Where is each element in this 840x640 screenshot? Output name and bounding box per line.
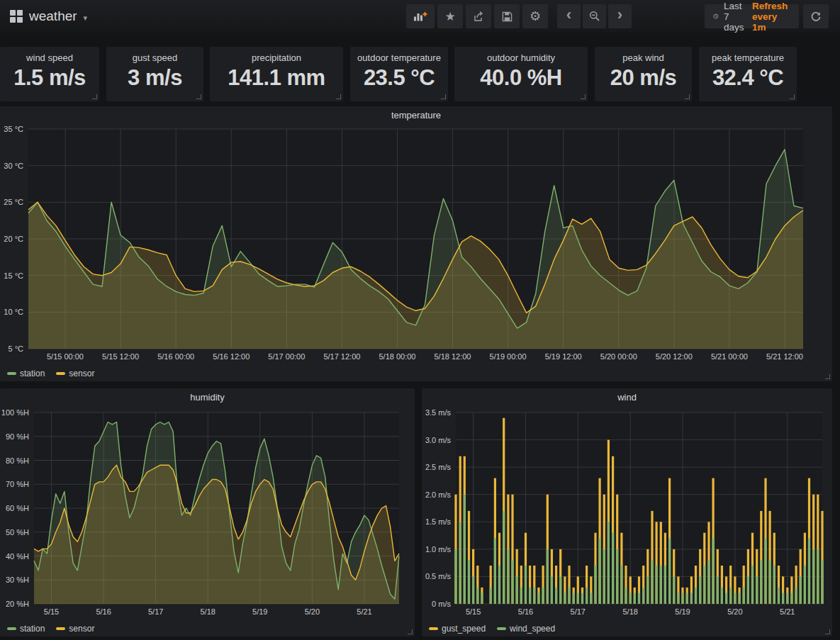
dashboard-grid-icon[interactable] (10, 10, 23, 23)
navbar: weather ▾ ★ ⚙ ‹ (0, 0, 840, 33)
resize-handle[interactable] (441, 94, 446, 99)
svg-text:1.0 m/s: 1.0 m/s (425, 545, 452, 554)
stat-value: 32.4 °C (699, 65, 797, 91)
zoom-out-button[interactable] (583, 4, 606, 28)
svg-text:50 %H: 50 %H (6, 528, 29, 537)
legend-item-station[interactable]: station (7, 624, 45, 634)
svg-text:10 °C: 10 °C (4, 308, 23, 316)
resize-handle[interactable] (685, 94, 690, 99)
legend-color-swatch (429, 627, 438, 630)
svg-text:5/17: 5/17 (571, 607, 586, 616)
share-button[interactable] (466, 4, 491, 28)
legend-item-sensor[interactable]: sensor (56, 369, 94, 378)
panel-title[interactable]: wind (422, 388, 832, 407)
legend-color-swatch (7, 372, 16, 375)
resize-handle[interactable] (581, 94, 586, 99)
svg-text:5/17 00:00: 5/17 00:00 (268, 352, 305, 361)
humidity-graph[interactable]: 20 %H30 %H40 %H50 %H60 %H70 %H80 %H90 %H… (0, 407, 415, 618)
resize-handle[interactable] (92, 94, 97, 99)
chevron-down-icon[interactable]: ▾ (84, 11, 88, 23)
panel-title[interactable]: outdoor humidity (454, 47, 588, 63)
panel-title[interactable]: temperature (0, 106, 832, 125)
legend-item-gust_speed[interactable]: gust_speed (429, 624, 486, 634)
legend-item-sensor[interactable]: sensor (56, 624, 94, 634)
svg-text:5/15: 5/15 (44, 607, 59, 616)
resize-handle[interactable] (408, 629, 413, 634)
panel-title[interactable]: peak wind (595, 47, 692, 63)
temperature-graph[interactable]: 5 °C10 °C15 °C20 °C25 °C30 °C35 °C5/15 0… (0, 125, 832, 363)
time-back-button[interactable]: ‹ (557, 4, 581, 28)
temperature-legend: stationsensor (7, 369, 94, 378)
wind-graph[interactable]: 0 m/s0.5 m/s1.0 m/s1.5 m/s2.0 m/s2.5 m/s… (422, 407, 832, 618)
stat-value: 23.5 °C (350, 65, 448, 91)
legend-label: wind_speed (510, 624, 555, 634)
panel-title[interactable]: wind speed (0, 47, 99, 63)
svg-text:5/17 12:00: 5/17 12:00 (323, 352, 360, 361)
resize-handle[interactable] (336, 94, 341, 99)
stat-value: 1.5 m/s (0, 65, 99, 91)
svg-text:5/18: 5/18 (622, 607, 637, 616)
panel-title[interactable]: peak temperature (699, 47, 797, 63)
svg-text:2.5 m/s: 2.5 m/s (425, 463, 452, 471)
star-button[interactable]: ★ (437, 4, 463, 28)
save-button[interactable] (494, 4, 520, 28)
svg-text:5/20 00:00: 5/20 00:00 (600, 352, 637, 361)
svg-text:5/21: 5/21 (357, 607, 371, 616)
svg-text:5/19: 5/19 (675, 607, 690, 616)
svg-text:5/16: 5/16 (518, 607, 533, 616)
bar-chart-plus-icon (413, 11, 428, 22)
settings-button[interactable]: ⚙ (522, 4, 548, 28)
legend-item-wind_speed[interactable]: wind_speed (497, 624, 555, 634)
svg-text:5/20: 5/20 (305, 607, 320, 616)
svg-text:5/18 12:00: 5/18 12:00 (435, 352, 471, 361)
svg-text:5/16 12:00: 5/16 12:00 (213, 352, 250, 361)
svg-text:20 °C: 20 °C (4, 235, 23, 243)
svg-text:1.5 m/s: 1.5 m/s (425, 517, 452, 526)
svg-text:0 m/s: 0 m/s (432, 600, 451, 608)
panel-title[interactable]: precipitation (210, 47, 343, 63)
refresh-button[interactable] (803, 4, 829, 28)
svg-text:20 %H: 20 %H (6, 600, 29, 608)
legend-color-swatch (7, 627, 16, 630)
legend-label: gust_speed (442, 624, 486, 634)
stat-panel-outdoor-humidity: outdoor humidity 40.0 %H (454, 47, 588, 101)
time-forward-button[interactable]: › (608, 4, 632, 28)
svg-text:70 %H: 70 %H (6, 480, 29, 488)
legend-label: station (20, 369, 45, 378)
svg-text:100 %H: 100 %H (1, 408, 29, 417)
stat-value: 3 m/s (106, 65, 203, 91)
add-panel-button[interactable] (406, 4, 435, 28)
svg-text:80 %H: 80 %H (6, 456, 29, 465)
legend-color-swatch (56, 627, 65, 630)
legend-label: station (20, 624, 45, 634)
svg-text:5/19 00:00: 5/19 00:00 (490, 352, 527, 361)
resize-handle[interactable] (196, 94, 201, 99)
share-icon (473, 11, 484, 22)
resize-handle[interactable] (825, 629, 830, 634)
stat-panel-gust-speed: gust speed 3 m/s (106, 47, 203, 101)
stat-panel-peak-wind: peak wind 20 m/s (595, 47, 692, 101)
svg-text:0.5 m/s: 0.5 m/s (425, 572, 452, 580)
resize-handle[interactable] (790, 94, 795, 99)
resize-handle[interactable] (825, 374, 830, 379)
svg-text:5/19 12:00: 5/19 12:00 (545, 352, 582, 361)
dashboard-title[interactable]: weather (29, 9, 77, 24)
legend-item-station[interactable]: station (7, 369, 45, 378)
refresh-interval-label: Refresh every 1m (752, 1, 790, 33)
panel-title[interactable]: outdoor temperature (350, 47, 448, 63)
svg-text:30 %H: 30 %H (6, 576, 29, 584)
zoom-out-icon (589, 11, 600, 22)
time-picker-button[interactable]: Last 7 days Refresh every 1m (705, 4, 799, 28)
humidity-graph-panel: humidity 20 %H30 %H40 %H50 %H60 %H70 %H8… (0, 388, 415, 636)
clock-icon (713, 11, 719, 22)
svg-text:60 %H: 60 %H (6, 504, 29, 512)
svg-text:30 °C: 30 °C (4, 162, 23, 170)
svg-text:5/21 00:00: 5/21 00:00 (711, 352, 748, 361)
svg-text:5/18 00:00: 5/18 00:00 (379, 352, 416, 361)
humidity-legend: stationsensor (7, 624, 94, 634)
svg-text:2.0 m/s: 2.0 m/s (425, 490, 452, 499)
stat-value: 40.0 %H (454, 65, 588, 91)
panel-title[interactable]: humidity (0, 388, 415, 407)
svg-text:3.5 m/s: 3.5 m/s (425, 408, 452, 417)
panel-title[interactable]: gust speed (106, 47, 203, 63)
